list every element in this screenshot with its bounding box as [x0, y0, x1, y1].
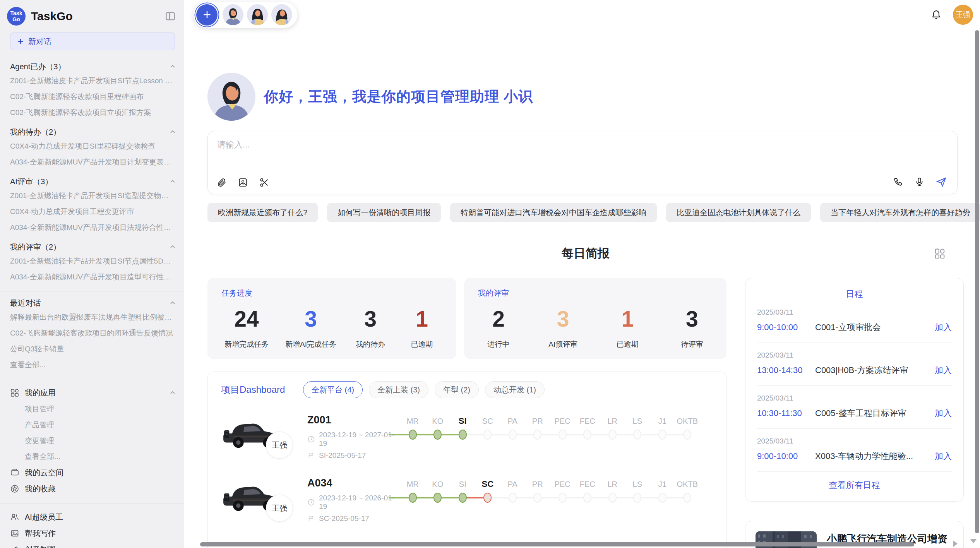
suggestion-chip[interactable]: 当下年轻人对汽车外观有怎样的喜好趋势 [820, 203, 980, 222]
assistant-avatar[interactable] [271, 4, 292, 25]
conversation-item[interactable]: Z001-全新燃油轻卡产品开发项目SI节点属性5D文件评审 [10, 253, 176, 269]
chevron-up-icon [170, 300, 176, 306]
layout-grid-icon[interactable] [933, 247, 946, 260]
schedule-card: 日程 2025/03/11 9:00-10:00 C001-立项审批会 加入 2… [745, 278, 964, 502]
chevron-up-icon [170, 390, 176, 396]
tab-new-body[interactable]: 全新上装 (3) [369, 381, 428, 398]
section-title: 最近对话 [10, 298, 41, 308]
input-right-tools [893, 176, 947, 188]
conversation-item[interactable]: A034-全新新能源MUV产品开发项目造型可行性评审 [10, 269, 176, 285]
scroll-down-arrow[interactable] [970, 539, 977, 543]
horizontal-scrollbar[interactable] [200, 542, 914, 546]
milestone-pr: PR [525, 478, 550, 523]
conversation-item[interactable]: C0X4-动力总成开发项目SI里程碑提交物检查 [10, 138, 176, 154]
scroll-right-arrow[interactable] [953, 541, 958, 547]
conversation-item[interactable]: C0X4-动力总成开发项目工程变更评审 [10, 204, 176, 219]
section-my-todo[interactable]: 我的待办（2） [10, 126, 176, 138]
stat-value: 1 [416, 307, 428, 331]
paperclip-icon[interactable] [216, 177, 227, 188]
view-all-schedule-link[interactable]: 查看所有日程 [757, 480, 952, 493]
conversation-item[interactable]: A034-全新新能源MUV产品开发项目计划变更表编写 [10, 154, 176, 170]
recent-chat-item[interactable]: 公司Q3轻卡销量 [10, 341, 176, 357]
sidebar-item-my-apps[interactable]: 我的应用 [10, 385, 176, 401]
recent-chat-item[interactable]: 解释最新出台的欧盟报废车法规再生塑料比例被调至15%... [10, 309, 176, 325]
schedule-date: 2025/03/11 [757, 437, 952, 445]
sidebar-collapse-icon[interactable] [165, 11, 176, 22]
recent-chat-item[interactable]: C02-飞腾新能源轻客改款项目的闭环通告反馈情况 [10, 325, 176, 341]
chat-input[interactable] [217, 139, 836, 166]
briefing-header: 每日简报 [207, 245, 964, 262]
tab-powertrain[interactable]: 动总开发 (1) [485, 381, 545, 398]
briefing-left-column: 任务进度 24 新增完成任务 3 新增AI完成任务 3 [207, 278, 726, 548]
tab-model-year[interactable]: 年型 (2) [435, 381, 479, 398]
suggestion-chip[interactable]: 如何写一份清晰的项目周报 [327, 203, 441, 222]
view-all-apps-link[interactable]: 查看全部... [10, 449, 176, 464]
app-item-product-mgmt[interactable]: 产品管理 [10, 417, 176, 433]
sidebar-item-favorites[interactable]: 我的收藏 [10, 481, 176, 497]
project-date-range: 2023-12-19 ~ 2026-01-19 [319, 494, 399, 511]
section-ai-review[interactable]: AI评审（3） [10, 175, 176, 188]
scissors-icon[interactable] [259, 177, 269, 188]
conversation-item[interactable]: A034-全新新能源MUV产品开发项目法规符合性评审 [10, 219, 176, 235]
vertical-scrollbar[interactable] [975, 30, 979, 533]
section-my-review[interactable]: 我的评审（2） [10, 241, 176, 253]
conversation-item[interactable]: C02-飞腾新能源轻客改款项目立项汇报方案 [10, 104, 176, 120]
tab-new-platform[interactable]: 全新平台 (4) [303, 381, 363, 398]
conversation-item[interactable]: Z001-全新燃油轻卡产品开发项目SI造型提交物评审 [10, 188, 176, 204]
conversation-item[interactable]: C02-飞腾新能源轻客改款项目里程碑画布 [10, 89, 176, 104]
sidebar-item-ai-super-staff[interactable]: AI超级员工 [10, 509, 176, 525]
schedule-time: 9:00-10:00 [757, 451, 815, 461]
join-link[interactable]: 加入 [935, 408, 952, 419]
join-link[interactable]: 加入 [935, 450, 952, 462]
add-assistant-button[interactable] [196, 4, 218, 26]
assistant-avatar[interactable] [223, 4, 243, 25]
logo-text-1: Task [10, 10, 22, 16]
main-content: 你好，王强，我是你的项目管理助理 小识 [184, 73, 980, 548]
app-item-change-mgmt[interactable]: 变更管理 [10, 433, 176, 449]
plus-icon [202, 10, 212, 20]
project-date-range: 2023-12-19 ~ 2027-01-19 [319, 431, 399, 448]
briefing-title: 每日简报 [207, 245, 964, 262]
project-owner-badge: 王强 [266, 432, 293, 459]
project-image: 王强 [221, 477, 293, 515]
stat-value: 3 [305, 307, 317, 331]
join-link[interactable]: 加入 [935, 365, 952, 376]
section-recent-chats[interactable]: 最近对话 [10, 297, 176, 309]
suggestion-chip[interactable]: 欧洲新规最近颁布了什么? [207, 203, 318, 222]
stat-value: 3 [364, 307, 377, 331]
clock-icon [307, 435, 315, 443]
microphone-icon[interactable] [914, 177, 925, 187]
stat-label: 我的待办 [356, 339, 385, 349]
milestone-j1: J1 [650, 478, 675, 523]
input-left-tools [216, 177, 269, 188]
sidebar-item-creative-drawing[interactable]: 创意制图 [10, 541, 176, 548]
milestone-ls: LS [625, 415, 650, 460]
user-avatar[interactable]: 王强 [953, 5, 973, 25]
bell-icon[interactable] [930, 9, 942, 21]
suggestion-chip[interactable]: 比亚迪全固态电池计划具体说了什么 [666, 203, 811, 222]
project-row[interactable]: 王强 A034 2023-12-19 ~ 2026-01-19 [221, 477, 713, 523]
conversation-item[interactable]: Z001-全新燃油皮卡产品开发项目SI节点Lesson Learn报告 [10, 73, 176, 89]
new-chat-button[interactable]: 新对话 [10, 33, 175, 50]
image-icon[interactable] [238, 177, 248, 188]
app-item-project-mgmt[interactable]: 项目管理 [10, 401, 176, 417]
milestone-track: MRKOSISCPAPRPECFECLRLSJ1OKTB [399, 478, 713, 523]
join-link[interactable]: 加入 [935, 322, 952, 333]
sidebar-item-cloud-space[interactable]: 我的云空间 [10, 464, 176, 481]
schedule-date: 2025/03/11 [757, 351, 952, 360]
milestone-dot [509, 430, 517, 440]
milestone-dot [633, 430, 641, 440]
phone-icon[interactable] [893, 177, 903, 187]
assistant-avatar[interactable] [247, 4, 268, 25]
flag-icon [307, 515, 315, 522]
section-agent-done[interactable]: Agent已办（3） [10, 60, 176, 73]
stat-value: 3 [557, 307, 569, 331]
chevron-up-icon [170, 129, 176, 135]
schedule-item: 2025/03/11 13:00-14:30 C003|H0B-方案冻结评审 加… [757, 343, 952, 385]
suggestion-chip[interactable]: 特朗普可能对进口汽车增税会对中国车企造成哪些影响 [450, 203, 657, 222]
view-all-chats-link[interactable]: 查看全部... [10, 357, 176, 373]
sidebar-item-help-writing[interactable]: 帮我写作 [10, 525, 176, 541]
project-row[interactable]: 王强 Z001 2023-12-19 ~ 2027-01-19 [221, 414, 713, 460]
send-icon[interactable] [935, 176, 947, 188]
project-flag-milestone: SC-2025-05-17 [319, 514, 369, 523]
